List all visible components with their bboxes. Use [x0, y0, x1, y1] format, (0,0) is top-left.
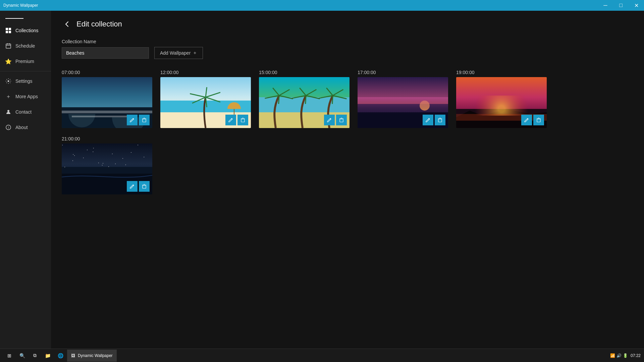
edit-wallpaper-button[interactable]: [127, 115, 138, 125]
volume-icon: 🔊: [616, 353, 622, 358]
maximize-button[interactable]: □: [613, 0, 629, 11]
plus-icon: ＋: [5, 94, 11, 100]
page-header: Edit collection: [62, 19, 633, 29]
wallpaper-item: 17:00:00: [358, 70, 448, 128]
sidebar: Collections Schedule ⭐ Premium: [0, 11, 51, 349]
wallpaper-thumbnail: [160, 77, 251, 128]
schedule-label: Schedule: [15, 43, 35, 49]
sidebar-item-about[interactable]: i About: [0, 120, 51, 135]
delete-wallpaper-button[interactable]: [237, 115, 248, 125]
sidebar-top: Collections Schedule ⭐ Premium: [0, 11, 51, 135]
sidebar-item-contact[interactable]: Contact: [0, 104, 51, 120]
svg-rect-27: [143, 185, 146, 188]
wallpaper-time: 07:00:00: [62, 70, 152, 75]
sidebar-item-settings[interactable]: Settings: [0, 73, 51, 89]
system-tray: 📶 🔊 🔋: [610, 353, 628, 358]
wifi-icon: 📶: [610, 353, 615, 358]
svg-text:i: i: [8, 126, 9, 129]
add-wallpaper-button[interactable]: Add Wallpaper ＋: [154, 47, 203, 59]
file-explorer-button[interactable]: 📁: [42, 350, 54, 362]
wallpaper-action-buttons: [225, 115, 248, 125]
start-button[interactable]: ⊞: [3, 350, 15, 362]
wallpaper-time: 17:00:00: [358, 70, 448, 75]
collection-name-input[interactable]: [62, 47, 149, 59]
wallpaper-action-buttons: [127, 115, 150, 125]
collection-name-row: Add Wallpaper ＋: [62, 47, 633, 59]
taskbar-left: ⊞ 🔍 ⧉ 📁 🌐 🖼 Dynamic Wallpaper: [3, 350, 117, 362]
svg-rect-3: [9, 31, 11, 33]
svg-rect-12: [143, 119, 146, 122]
svg-rect-2: [6, 31, 8, 33]
edit-wallpaper-button[interactable]: [127, 181, 138, 192]
hamburger-button[interactable]: [0, 14, 51, 23]
taskbar-right: 📶 🔊 🔋 07:22: [610, 353, 641, 358]
edit-wallpaper-button[interactable]: [521, 115, 532, 125]
svg-rect-1: [9, 28, 11, 30]
wallpaper-time: 21:00:00: [62, 136, 152, 141]
search-button[interactable]: 🔍: [16, 350, 28, 362]
wallpaper-thumbnail: [62, 77, 152, 128]
app-body: Collections Schedule ⭐ Premium: [0, 11, 644, 349]
svg-rect-21: [438, 119, 442, 122]
wallpaper-item: 19:00:00: [456, 70, 547, 128]
edge-button[interactable]: 🌐: [54, 350, 66, 362]
close-button[interactable]: ✕: [629, 0, 644, 11]
taskbar-app-label: Dynamic Wallpaper: [78, 353, 113, 358]
wallpaper-thumbnail: [358, 77, 448, 128]
sidebar-item-collections[interactable]: Collections: [0, 23, 51, 38]
back-button[interactable]: [62, 19, 72, 29]
wallpaper-time: 12:00:00: [160, 70, 251, 75]
taskbar: ⊞ 🔍 ⧉ 📁 🌐 🖼 Dynamic Wallpaper 📶 🔊 🔋 07:2…: [0, 349, 644, 362]
delete-wallpaper-button[interactable]: [139, 181, 150, 192]
collections-icon: [5, 27, 11, 34]
wallpaper-item: 07:00:00: [62, 70, 152, 128]
sidebar-item-premium[interactable]: ⭐ Premium: [0, 54, 51, 69]
wallpaper-thumbnail: [456, 77, 547, 128]
collections-label: Collections: [15, 28, 38, 33]
minimize-button[interactable]: ─: [598, 0, 613, 11]
svg-rect-15: [241, 119, 245, 122]
svg-rect-18: [340, 119, 343, 122]
edit-wallpaper-button[interactable]: [324, 115, 335, 125]
contact-label: Contact: [15, 109, 32, 115]
wallpaper-action-buttons: [127, 181, 150, 192]
wallpaper-thumbnail: [62, 143, 152, 194]
svg-point-9: [7, 110, 9, 112]
about-label: About: [15, 125, 28, 130]
delete-wallpaper-button[interactable]: [533, 115, 544, 125]
edit-wallpaper-button[interactable]: [225, 115, 236, 125]
sidebar-item-schedule[interactable]: Schedule: [0, 38, 51, 54]
title-bar-controls: ─ □ ✕: [598, 0, 644, 11]
schedule-icon: [5, 43, 11, 49]
wallpaper-time: 15:00:00: [259, 70, 350, 75]
svg-rect-24: [537, 119, 540, 122]
svg-rect-4: [6, 44, 11, 48]
svg-point-8: [8, 80, 9, 82]
wallpaper-action-buttons: [521, 115, 544, 125]
title-bar: Dynamic Wallpaper ─ □ ✕: [0, 0, 644, 11]
wallpaper-time: 19:00:00: [456, 70, 547, 75]
dynamic-wallpaper-taskbar[interactable]: 🖼 Dynamic Wallpaper: [67, 350, 117, 362]
taskbar-app-icon: 🖼: [71, 353, 75, 358]
wallpaper-thumbnail: [259, 77, 350, 128]
add-wallpaper-label: Add Wallpaper: [160, 50, 191, 56]
taskview-button[interactable]: ⧉: [29, 350, 41, 362]
delete-wallpaper-button[interactable]: [139, 115, 150, 125]
sidebar-divider-1: [0, 71, 51, 71]
more-apps-label: More Apps: [15, 94, 38, 99]
wallpaper-action-buttons: [423, 115, 445, 125]
wallpaper-item: 12:00:00: [160, 70, 251, 128]
delete-wallpaper-button[interactable]: [435, 115, 445, 125]
premium-label: Premium: [15, 59, 34, 64]
contact-icon: [5, 109, 11, 115]
settings-label: Settings: [15, 78, 33, 84]
clock[interactable]: 07:22: [631, 353, 641, 358]
delete-wallpaper-button[interactable]: [336, 115, 347, 125]
settings-icon: [5, 78, 11, 84]
sidebar-item-more-apps[interactable]: ＋ More Apps: [0, 89, 51, 104]
edit-wallpaper-button[interactable]: [423, 115, 433, 125]
wallpaper-item: 15:00:00: [259, 70, 350, 128]
svg-rect-0: [6, 28, 8, 30]
about-icon: i: [5, 124, 11, 130]
app-title: Dynamic Wallpaper: [3, 3, 38, 8]
